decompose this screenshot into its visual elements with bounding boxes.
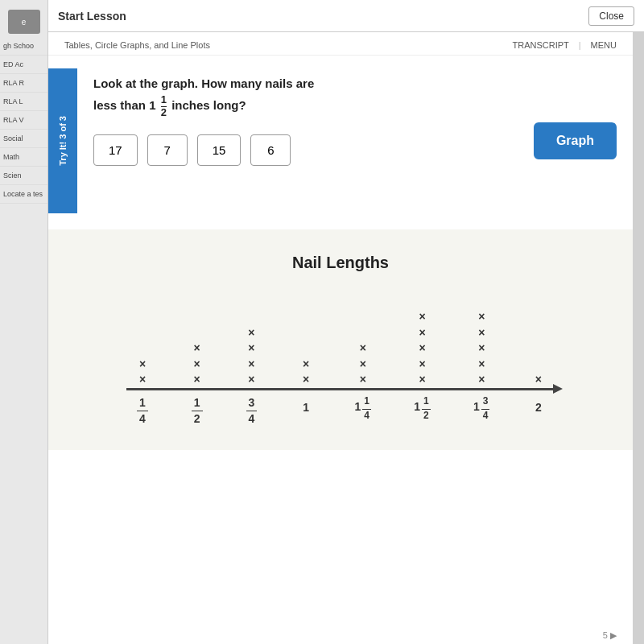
graph-title: Nail Lengths [64,254,617,272]
col-1-4: × × [126,291,159,388]
sidebar: e gh Schoo ED Ac RLA R RLA L RLA V Socia… [0,0,48,644]
col-1-1-4: × × × [345,291,382,388]
choice-6[interactable]: 6 [250,134,291,166]
col-1-2: × × × [181,291,213,388]
label-3-4: 3 4 [235,395,267,426]
lesson-header: Tables, Circle Graphs, and Line Plots TR… [48,32,633,56]
label-2: 2 [522,395,555,415]
graph-button[interactable]: Graph [534,122,617,159]
sidebar-item-science[interactable]: Scien [0,167,47,185]
sidebar-item-math[interactable]: Math [0,148,47,167]
question-text: Look at the graph. How many nails are le… [93,75,518,118]
transcript-link[interactable]: TRANSCRIPT [512,40,568,50]
choice-7[interactable]: 7 [147,134,188,166]
label-1-4: 1 4 [126,395,159,426]
choice-15[interactable]: 15 [197,134,242,166]
number-line-container [126,388,555,390]
col-1: × × [290,291,322,388]
main-content: Tables, Circle Graphs, and Line Plots TR… [48,32,633,644]
sidebar-item-social[interactable]: Social [0,130,47,148]
line-plot: × × × × × × × × × × [115,291,566,426]
sidebar-item-ed[interactable]: ED Ac [0,56,47,74]
question-fraction: 1 2 [161,93,167,119]
sidebar-item-rla-v[interactable]: RLA V [0,111,47,130]
sidebar-item-school[interactable]: gh Schoo [0,37,47,56]
nav-divider: | [579,40,581,50]
sidebar-logo: e [8,10,40,34]
question-body: Look at the graph. How many nails are le… [93,68,518,166]
choice-17[interactable]: 17 [93,134,138,166]
lesson-nav: TRANSCRIPT | MENU [512,40,617,50]
sidebar-item-locate[interactable]: Locate a tes [0,185,47,204]
col-3-4: × × × × [235,291,267,388]
question-panel: Try It! 3 of 3 Look at the graph. How ma… [48,56,633,226]
sidebar-item-rla-r[interactable]: RLA R [0,74,47,93]
right-accent-bar [633,0,644,644]
col-1-3-4: × × × × × [463,291,500,388]
close-button[interactable]: Close [588,6,634,26]
axis-labels: 1 4 1 2 3 4 1 1 [115,390,566,426]
lesson-topic: Tables, Circle Graphs, and Line Plots [64,40,210,50]
try-it-label: Try It! 3 of 3 [58,116,68,166]
answer-choices: 17 7 15 6 [93,134,518,166]
label-1-2: 1 2 [181,395,213,426]
page-title: Start Lesson [58,10,126,23]
try-it-bar: Try It! 3 of 3 [48,68,77,213]
number-line [126,388,555,390]
col-1-1-2: × × × × × [404,291,441,388]
col-2: × [522,291,555,388]
label-1-3-4: 1 3 4 [463,395,500,422]
graph-section: Nail Lengths × × × × × × [48,229,633,450]
label-1: 1 [290,395,322,415]
topbar: Start Lesson Close [48,0,644,32]
label-1-1-4: 1 1 4 [345,395,382,422]
menu-link[interactable]: MENU [591,40,617,50]
page-number: 5 ▶ [603,630,617,641]
label-1-1-2: 1 1 2 [404,395,441,422]
sidebar-item-rla-l[interactable]: RLA L [0,93,47,111]
